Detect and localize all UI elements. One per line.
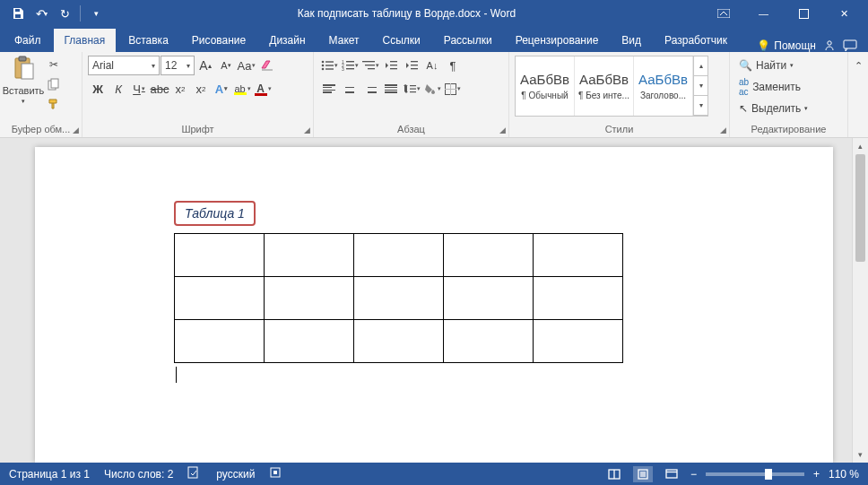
page[interactable]: Таблица 1 bbox=[35, 147, 833, 463]
zoom-slider[interactable] bbox=[706, 472, 804, 476]
tab-draw[interactable]: Рисование bbox=[181, 29, 256, 52]
svg-rect-21 bbox=[362, 61, 375, 62]
table-row[interactable] bbox=[175, 320, 623, 363]
minimize-icon[interactable]: — bbox=[743, 0, 784, 27]
font-size-combo[interactable]: 12▾ bbox=[161, 56, 195, 75]
line-spacing-icon[interactable] bbox=[402, 79, 421, 99]
ribbon: Вставить ▾ ✂ Буфер обм... ◢ Arial▾ 12▾ A… bbox=[0, 52, 868, 138]
redo-icon[interactable]: ↻ bbox=[54, 3, 75, 24]
styles-gallery[interactable]: АаБбВв ¶ Обычный АаБбВв ¶ Без инте... Аа… bbox=[515, 56, 708, 117]
scroll-down-icon[interactable]: ▾ bbox=[853, 446, 868, 463]
view-print-icon[interactable] bbox=[633, 466, 653, 482]
qat-customize-icon[interactable]: ▾ bbox=[85, 3, 107, 24]
view-web-icon[interactable] bbox=[662, 466, 681, 482]
table-row[interactable] bbox=[175, 234, 623, 277]
style-heading1[interactable]: АаБбВв Заголово... bbox=[634, 56, 693, 116]
status-language[interactable]: русский bbox=[216, 468, 255, 481]
zoom-level[interactable]: 110 % bbox=[829, 468, 859, 481]
tab-home[interactable]: Главная bbox=[54, 29, 117, 52]
decrease-indent-icon[interactable] bbox=[381, 56, 401, 75]
align-center-icon[interactable] bbox=[340, 79, 360, 99]
tab-references[interactable]: Ссылки bbox=[372, 29, 431, 52]
svg-rect-1 bbox=[800, 9, 809, 18]
paragraph-launcher-icon[interactable]: ◢ bbox=[499, 126, 506, 134]
tab-review[interactable]: Рецензирование bbox=[505, 29, 610, 52]
table-row[interactable] bbox=[175, 277, 623, 320]
view-read-icon[interactable] bbox=[604, 466, 624, 482]
document-table[interactable] bbox=[174, 233, 623, 363]
font-launcher-icon[interactable]: ◢ bbox=[304, 126, 310, 134]
scroll-up-icon[interactable]: ▴ bbox=[853, 138, 868, 154]
show-marks-icon[interactable]: ¶ bbox=[443, 56, 463, 75]
svg-point-2 bbox=[828, 41, 831, 45]
svg-rect-27 bbox=[411, 61, 418, 62]
find-button[interactable]: 🔍Найти▾ bbox=[735, 57, 812, 74]
zoom-in-icon[interactable]: + bbox=[813, 468, 820, 481]
vertical-scrollbar[interactable]: ▴ ▾ bbox=[852, 138, 868, 463]
change-case-icon[interactable]: Aa bbox=[237, 56, 256, 75]
close-icon[interactable]: ✕ bbox=[824, 0, 864, 27]
numbering-icon[interactable]: 123 bbox=[340, 56, 360, 75]
format-painter-icon[interactable] bbox=[45, 95, 63, 113]
ribbon-options-icon[interactable] bbox=[703, 0, 743, 27]
collapse-ribbon-icon[interactable]: ⌃ bbox=[848, 56, 868, 75]
svg-rect-45 bbox=[666, 470, 677, 478]
italic-icon[interactable]: К bbox=[108, 79, 128, 99]
shading-icon[interactable] bbox=[422, 79, 442, 99]
align-left-icon[interactable] bbox=[319, 79, 339, 99]
svg-rect-38 bbox=[273, 471, 277, 474]
tab-mailings[interactable]: Рассылки bbox=[433, 29, 503, 52]
clear-formatting-icon[interactable] bbox=[257, 56, 277, 75]
justify-icon[interactable] bbox=[381, 79, 401, 99]
zoom-out-icon[interactable]: − bbox=[690, 468, 697, 481]
table-caption[interactable]: Таблица 1 bbox=[174, 201, 256, 226]
tab-file[interactable]: Файл bbox=[4, 29, 52, 52]
share-icon[interactable] bbox=[823, 39, 836, 52]
highlight-icon[interactable]: ab bbox=[232, 79, 252, 99]
svg-rect-14 bbox=[326, 68, 334, 69]
scroll-thumb[interactable] bbox=[855, 154, 865, 262]
increase-indent-icon[interactable] bbox=[402, 56, 421, 75]
font-color-icon[interactable]: A bbox=[253, 79, 273, 99]
macro-record-icon[interactable] bbox=[269, 466, 282, 481]
align-right-icon[interactable] bbox=[360, 79, 380, 99]
copy-icon[interactable] bbox=[45, 75, 63, 93]
superscript-icon[interactable]: x2 bbox=[191, 79, 211, 99]
style-no-spacing[interactable]: АаБбВв ¶ Без инте... bbox=[575, 56, 634, 116]
comments-icon[interactable] bbox=[843, 39, 857, 52]
spellcheck-icon[interactable] bbox=[187, 466, 202, 481]
tab-design[interactable]: Дизайн bbox=[258, 29, 316, 52]
styles-launcher-icon[interactable]: ◢ bbox=[720, 126, 726, 134]
bold-icon[interactable]: Ж bbox=[88, 79, 108, 99]
cut-icon[interactable]: ✂ bbox=[45, 56, 63, 74]
shrink-font-icon[interactable]: A▾ bbox=[216, 56, 236, 75]
bullets-icon[interactable] bbox=[319, 56, 339, 75]
tell-me[interactable]: 💡Помощн bbox=[757, 39, 816, 52]
save-icon[interactable] bbox=[7, 3, 29, 24]
svg-rect-6 bbox=[22, 64, 33, 79]
status-word-count[interactable]: Число слов: 2 bbox=[104, 468, 173, 481]
font-name-combo[interactable]: Arial▾ bbox=[88, 56, 160, 75]
clipboard-launcher-icon[interactable]: ◢ bbox=[73, 126, 79, 134]
tab-developer[interactable]: Разработчик bbox=[654, 29, 738, 52]
maximize-icon[interactable] bbox=[784, 0, 824, 27]
status-page[interactable]: Страница 1 из 1 bbox=[9, 468, 90, 481]
styles-scroll[interactable]: ▴▾▾ bbox=[693, 56, 707, 116]
subscript-icon[interactable]: x2 bbox=[170, 79, 190, 99]
grow-font-icon[interactable]: A▴ bbox=[195, 56, 215, 75]
select-button[interactable]: ↖Выделить▾ bbox=[735, 100, 812, 117]
strikethrough-icon[interactable]: abc bbox=[150, 79, 169, 99]
underline-icon[interactable]: Ч bbox=[129, 79, 149, 99]
style-normal[interactable]: АаБбВв ¶ Обычный bbox=[516, 56, 575, 116]
text-effects-icon[interactable]: A bbox=[212, 79, 231, 99]
replace-button[interactable]: abacЗаменить bbox=[735, 75, 812, 99]
document-area: Таблица 1 ▴ ▾ bbox=[0, 138, 868, 463]
undo-icon[interactable]: ↶▾ bbox=[30, 3, 52, 24]
tab-view[interactable]: Вид bbox=[611, 29, 652, 52]
tab-layout[interactable]: Макет bbox=[318, 29, 370, 52]
borders-icon[interactable] bbox=[443, 79, 463, 99]
paste-button[interactable]: Вставить ▾ bbox=[5, 56, 41, 105]
multilevel-list-icon[interactable] bbox=[360, 56, 380, 75]
sort-icon[interactable]: A↓ bbox=[422, 56, 442, 75]
tab-insert[interactable]: Вставка bbox=[117, 29, 179, 52]
